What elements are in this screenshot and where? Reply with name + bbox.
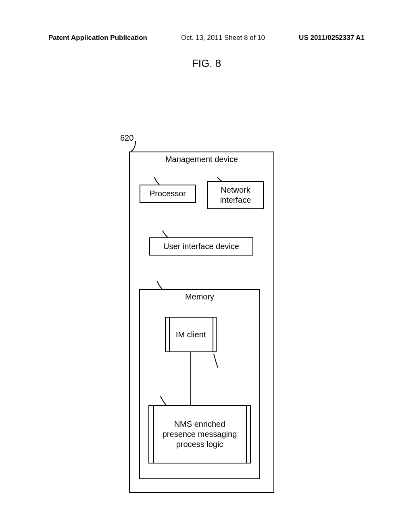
label-620: 620 (120, 133, 133, 143)
nms-label: NMS enriched presence messaging process … (156, 419, 243, 449)
nms-box: NMS enriched presence messaging process … (148, 405, 251, 463)
management-device-title: Management device (165, 155, 238, 164)
im-client-box: IM client (165, 317, 217, 352)
im-client-inner-left (169, 317, 170, 352)
header-left: Patent Application Publication (48, 34, 147, 42)
im-client-inner-right (213, 317, 213, 352)
processor-box: Processor (140, 185, 196, 203)
processor-label: Processor (150, 189, 186, 199)
memory-label: Memory (185, 292, 214, 301)
user-interface-box: User interface device (149, 237, 253, 256)
user-interface-label: User interface device (163, 241, 239, 251)
page-header: Patent Application Publication Oct. 13, … (0, 34, 413, 42)
nms-inner-right (246, 405, 247, 463)
network-interface-label: Network interface (208, 185, 263, 205)
im-client-label: IM client (176, 330, 206, 340)
network-interface-box: Network interface (207, 181, 264, 209)
figure-title: FIG. 8 (0, 57, 413, 70)
header-right: US 2011/0252337 A1 (299, 34, 365, 42)
header-mid: Oct. 13, 2011 Sheet 8 of 10 (181, 34, 265, 42)
nms-inner-left (153, 405, 154, 463)
